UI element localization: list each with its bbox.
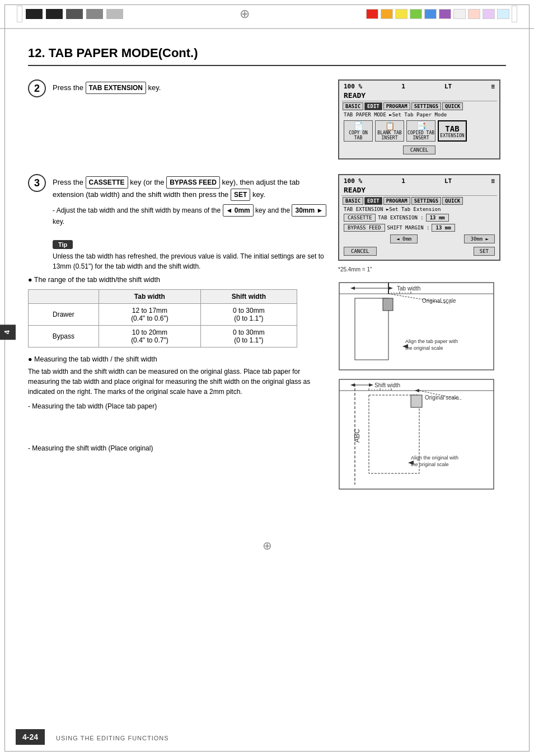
lcd2-icon: ≡ — [491, 177, 495, 185]
svg-marker-33 — [415, 389, 419, 392]
lcd2-cancel-btn[interactable]: CANCEL — [344, 247, 377, 256]
range-section: ● The range of the tab width/the shift w… — [28, 276, 327, 348]
color-block-4 — [86, 9, 103, 19]
swatch-orange — [381, 9, 393, 19]
page-number: 4-24 — [16, 729, 45, 745]
lcd1-status-bar: 100 % 1 LT ≡ — [341, 83, 497, 90]
step3-desc: Press the CASSETTE key (or the BYPASS FE… — [53, 176, 327, 201]
color-block-2 — [46, 9, 63, 19]
table-row-drawer: Drawer 12 to 17mm(0.4" to 0.6") 0 to 30m… — [29, 304, 297, 326]
swatch-pink — [468, 9, 480, 19]
lcd2-nav-quick[interactable]: QUICK — [442, 197, 463, 205]
svg-text:Align the original with: Align the original with — [411, 455, 458, 461]
svg-marker-7 — [388, 287, 393, 290]
lcd2-label: TAB EXTENSION ►Set Tab Extension — [341, 206, 497, 213]
range-bullet: ● The range of the tab width/the shift w… — [28, 276, 327, 284]
color-block-5 — [106, 9, 123, 19]
table-cell-drawer-shiftwidth: 0 to 30mm(0 to 1.1") — [201, 304, 297, 326]
swatch-purple — [439, 9, 451, 19]
corner-mark-tl — [17, 6, 22, 22]
lcd1-nav-edit[interactable]: EDIT — [364, 102, 382, 110]
lcd2-note: *25.4mm = 1" — [338, 266, 506, 273]
lcd1-nav-program[interactable]: PROGRAM — [383, 102, 410, 110]
lcd-screen-1: 100 % 1 LT ≡ READY BASIC EDIT PROGRAM SE… — [338, 79, 500, 159]
30mm-key: 30mm ► — [292, 204, 326, 217]
top-bar-right-colors — [366, 6, 517, 22]
lcd2-shift-value: 13 mm — [432, 224, 455, 232]
lcd2-nav-program[interactable]: PROGRAM — [383, 197, 410, 205]
step3-left: 3 Press the CASSETTE key (or the BYPASS … — [28, 174, 327, 492]
lcd2-status-bar: 100 % 1 LT ≡ — [341, 177, 497, 185]
svg-marker-6 — [350, 287, 355, 290]
shift-diagram: Shift width Original scale ABC — [338, 378, 495, 490]
lcd2-tab-ext-label: TAB EXTENSION : — [378, 215, 423, 220]
table-header-empty — [29, 290, 99, 304]
lcd1-icon-tab-extension[interactable]: TAB EXTENSION — [438, 120, 467, 142]
step2-right: 100 % 1 LT ≡ READY BASIC EDIT PROGRAM SE… — [338, 79, 506, 165]
svg-text:the original scale: the original scale — [411, 462, 449, 467]
swatch-red — [366, 9, 378, 19]
bottom-crosshair: ⊕ — [0, 534, 534, 555]
step2-text: Press the TAB EXTENSION key. — [53, 79, 161, 96]
lcd2-shift-label: SHIFT MARGIN : — [387, 225, 430, 231]
lcd1-size: LT — [444, 83, 452, 90]
svg-text:the original scale: the original scale — [405, 345, 443, 351]
lcd1-icon-copied-tab-insert[interactable]: 📑 COPIED TAB INSERT — [406, 120, 435, 142]
measuring-title: ● Measuring the tab width / the shift wi… — [28, 355, 327, 363]
table-cell-bypass-shiftwidth: 0 to 30mm(0 to 1.1") — [201, 326, 297, 348]
color-block-3 — [66, 9, 83, 19]
lcd1-icon-copy-on-tab[interactable]: 📄 COPY ON TAB — [344, 120, 373, 142]
page-title: 12. TAB PAPER MODE(Cont.) — [28, 40, 506, 66]
step3-text: Press the CASSETTE key (or the BYPASS FE… — [53, 174, 327, 229]
lcd2-nav-basic[interactable]: BASIC — [343, 197, 363, 205]
lcd2-nav: BASIC EDIT PROGRAM SETTINGS QUICK — [341, 196, 497, 206]
lcd1-cancel-btn[interactable]: CANCEL — [403, 145, 436, 154]
lcd1-icon-blank-tab-insert[interactable]: 📋 BLANK TAB INSERT — [375, 120, 404, 142]
main-content: 12. TAB PAPER MODE(Cont.) 2 Press the TA… — [0, 29, 534, 534]
lcd2-cassette-btn[interactable]: CASSETTE — [344, 214, 376, 222]
step3-row: 3 Press the CASSETTE key (or the BYPASS … — [28, 174, 327, 229]
svg-text:Shift width: Shift width — [374, 382, 400, 388]
lcd2-nav-settings[interactable]: SETTINGS — [411, 197, 441, 205]
sub-measuring-1: - Measuring the tab width (Place tab pap… — [28, 402, 327, 410]
tip-text: Unless the tab width has refreshed, the … — [53, 251, 327, 271]
step3-number: 3 — [28, 174, 46, 192]
step3-adjust: - Adjust the tab width and the shift wid… — [53, 204, 327, 227]
lcd-screen-2: 100 % 1 LT ≡ READY BASIC EDIT PROGRAM SE… — [338, 174, 500, 261]
lcd2-set-btn[interactable]: SET — [474, 247, 495, 256]
bypass-feed-key: BYPASS FEED — [166, 176, 220, 189]
lcd1-nav-basic[interactable]: BASIC — [343, 102, 363, 110]
footer-text: USING THE EDITING FUNCTIONS — [56, 735, 169, 741]
swatch-lavender — [483, 9, 495, 19]
corner-mark-tr — [512, 6, 517, 22]
step2-number: 2 — [28, 79, 46, 97]
lcd2-0mm-btn[interactable]: ◄ 0mm — [390, 234, 418, 243]
step2-row: 2 Press the TAB EXTENSION key. — [28, 79, 327, 97]
tab-extension-key: TAB EXTENSION — [86, 82, 146, 94]
lcd2-ready: READY — [341, 186, 497, 196]
top-center-crosshair: ⊕ — [240, 7, 250, 21]
lcd1-cancel-row: CANCEL — [341, 144, 497, 156]
lcd2-bypass-btn[interactable]: BYPASS FEED — [344, 224, 385, 232]
tip-section: Tip Unless the tab width has refreshed, … — [53, 237, 327, 271]
tip-label: Tip — [53, 240, 73, 249]
lcd1-nav-quick[interactable]: QUICK — [442, 102, 463, 110]
step3-section: 3 Press the CASSETTE key (or the BYPASS … — [28, 174, 506, 492]
lcd2-30mm-btn[interactable]: 30mm ► — [464, 234, 495, 243]
lcd2-action-row: CANCEL SET — [341, 245, 497, 257]
lcd2-bypass-row: BYPASS FEED SHIFT MARGIN : 13 mm — [341, 223, 497, 233]
measuring-section: ● Measuring the tab width / the shift wi… — [28, 355, 327, 452]
table-cell-bypass-tabwidth: 10 to 20mm(0.4" to 0.7") — [99, 326, 200, 348]
swatch-blue — [424, 9, 437, 19]
range-table: Tab width Shift width Drawer 12 to 17mm(… — [28, 289, 297, 348]
svg-text:ABC: ABC — [353, 429, 361, 443]
lcd1-nav-settings[interactable]: SETTINGS — [411, 102, 441, 110]
set-key: SET — [231, 189, 250, 201]
chapter-tab: 4 — [0, 325, 16, 340]
lcd1-icon: ≡ — [491, 83, 495, 90]
svg-marker-29 — [350, 383, 355, 387]
step2-left: 2 Press the TAB EXTENSION key. — [28, 79, 327, 165]
top-bar: ⊕ — [0, 0, 534, 29]
tab-diagram: Tab width Original scale Align the tab p… — [338, 281, 495, 371]
lcd2-nav-edit[interactable]: EDIT — [364, 197, 382, 205]
